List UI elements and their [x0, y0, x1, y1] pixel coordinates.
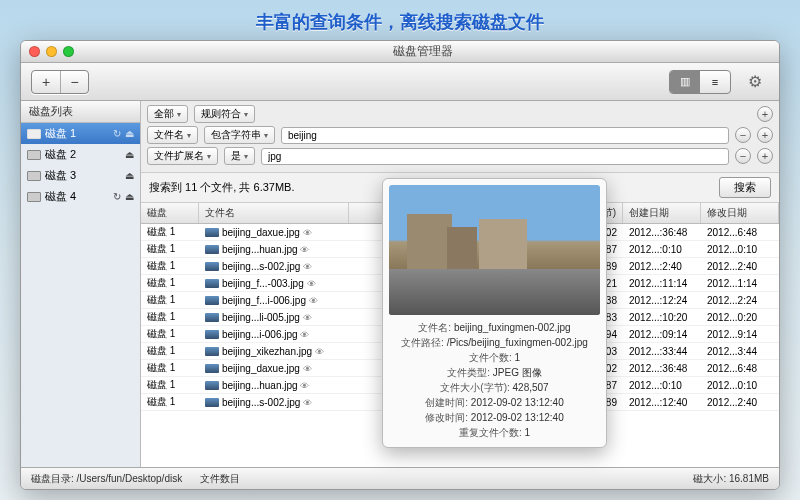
rule-field-dropdown[interactable]: 文件名 [147, 126, 198, 144]
titlebar[interactable]: 磁盘管理器 [21, 41, 779, 63]
add-remove-segment: + − [31, 70, 89, 94]
thumbnail-icon [205, 364, 219, 373]
toolbar: + − ▥ ≡ ⚙ [21, 63, 779, 101]
rule-op-dropdown[interactable]: 是 [224, 147, 255, 165]
eject-icon[interactable]: ⏏ [125, 170, 134, 181]
settings-gear-icon[interactable]: ⚙ [741, 71, 769, 93]
search-button[interactable]: 搜索 [719, 177, 771, 198]
thumbnail-icon [205, 398, 219, 407]
zoom-window-button[interactable] [63, 46, 74, 57]
disk-name: 磁盘 1 [45, 126, 109, 141]
disk-icon [27, 192, 41, 202]
quicklook-icon[interactable]: 👁 [303, 313, 312, 323]
rule-value-input[interactable] [261, 148, 729, 165]
add-rule-button[interactable]: + [757, 148, 773, 164]
status-count: 文件数目 [200, 472, 240, 486]
thumbnail-icon [205, 313, 219, 322]
add-rule-button[interactable]: + [757, 127, 773, 143]
col-disk[interactable]: 磁盘 [141, 203, 199, 223]
quicklook-icon[interactable]: 👁 [300, 381, 309, 391]
preview-image [389, 185, 600, 315]
quicklook-icon[interactable]: 👁 [315, 347, 324, 357]
view-list-button[interactable]: ≡ [700, 71, 730, 93]
disk-icon [27, 129, 41, 139]
view-mode-segment: ▥ ≡ [669, 70, 731, 94]
eject-icon[interactable]: ⏏ [125, 149, 134, 160]
add-rule-button[interactable]: + [757, 106, 773, 122]
sidebar-item-disk-2[interactable]: 磁盘 2⏏ [21, 144, 140, 165]
filter-rule-1: 文件扩展名是−+ [147, 147, 773, 165]
status-total: 磁大小: 16.81MB [693, 472, 769, 486]
sidebar-item-disk-1[interactable]: 磁盘 1↻⏏ [21, 123, 140, 144]
col-filename[interactable]: 文件名 [199, 203, 349, 223]
thumbnail-icon [205, 228, 219, 237]
sidebar-header: 磁盘列表 [21, 101, 140, 123]
disk-name: 磁盘 4 [45, 189, 109, 204]
filter-bar: 全部 规则符合 + 文件名包含字符串−+文件扩展名是−+ [141, 101, 779, 173]
refresh-icon[interactable]: ↻ [113, 128, 121, 139]
rule-value-input[interactable] [281, 127, 729, 144]
add-button[interactable]: + [32, 71, 60, 93]
thumbnail-icon [205, 262, 219, 271]
disk-name: 磁盘 2 [45, 147, 121, 162]
status-dir: 磁盘目录: /Users/fun/Desktop/disk [31, 472, 182, 486]
quicklook-icon[interactable]: 👁 [307, 279, 316, 289]
eject-icon[interactable]: ⏏ [125, 128, 134, 139]
remove-button[interactable]: − [60, 71, 88, 93]
sidebar-item-disk-4[interactable]: 磁盘 4↻⏏ [21, 186, 140, 207]
quicklook-icon[interactable]: 👁 [309, 296, 318, 306]
thumbnail-icon [205, 279, 219, 288]
sidebar-item-disk-3[interactable]: 磁盘 3⏏ [21, 165, 140, 186]
marketing-tagline: 丰富的查询条件，离线搜索磁盘文件 [0, 0, 800, 40]
quicklook-icon[interactable]: 👁 [303, 228, 312, 238]
disk-name: 磁盘 3 [45, 168, 121, 183]
rule-field-dropdown[interactable]: 文件扩展名 [147, 147, 218, 165]
thumbnail-icon [205, 296, 219, 305]
minimize-window-button[interactable] [46, 46, 57, 57]
quicklook-icon[interactable]: 👁 [300, 330, 309, 340]
close-window-button[interactable] [29, 46, 40, 57]
rule-op-dropdown[interactable]: 包含字符串 [204, 126, 275, 144]
filter-scope-dropdown[interactable]: 全部 [147, 105, 188, 123]
thumbnail-icon [205, 381, 219, 390]
filter-logic-dropdown[interactable]: 规则符合 [194, 105, 255, 123]
remove-rule-button[interactable]: − [735, 127, 751, 143]
disk-icon [27, 150, 41, 160]
sidebar: 磁盘列表 磁盘 1↻⏏磁盘 2⏏磁盘 3⏏磁盘 4↻⏏ [21, 101, 141, 467]
filter-rule-0: 文件名包含字符串−+ [147, 126, 773, 144]
remove-rule-button[interactable]: − [735, 148, 751, 164]
quicklook-icon[interactable]: 👁 [303, 364, 312, 374]
results-summary-text: 搜索到 11 个文件, 共 6.37MB. [149, 180, 294, 195]
disk-icon [27, 171, 41, 181]
thumbnail-icon [205, 347, 219, 356]
view-columns-button[interactable]: ▥ [670, 71, 700, 93]
eject-icon[interactable]: ⏏ [125, 191, 134, 202]
thumbnail-icon [205, 245, 219, 254]
window-title: 磁盘管理器 [74, 43, 771, 60]
quicklook-icon[interactable]: 👁 [303, 398, 312, 408]
preview-info: 文件名: beijing_fuxingmen-002.jpg 文件路径: /Pi… [389, 321, 600, 440]
quicklook-icon[interactable]: 👁 [300, 245, 309, 255]
thumbnail-icon [205, 330, 219, 339]
col-modified[interactable]: 修改日期 [701, 203, 779, 223]
quicklook-icon[interactable]: 👁 [303, 262, 312, 272]
file-preview-popover: 文件名: beijing_fuxingmen-002.jpg 文件路径: /Pi… [382, 178, 607, 448]
col-created[interactable]: 创建日期 [623, 203, 701, 223]
status-bar: 磁盘目录: /Users/fun/Desktop/disk 文件数目 磁大小: … [21, 467, 779, 489]
refresh-icon[interactable]: ↻ [113, 191, 121, 202]
